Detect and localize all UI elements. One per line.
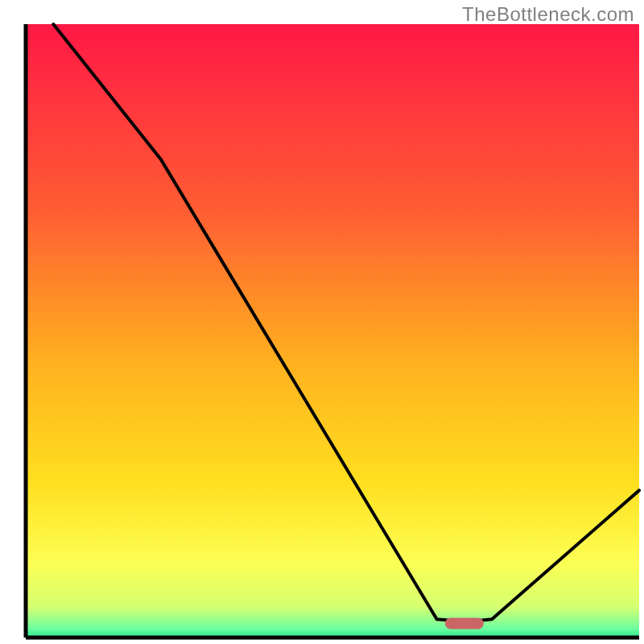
watermark-text: TheBottleneck.com xyxy=(462,3,634,26)
bottleneck-chart: TheBottleneck.com xyxy=(0,0,644,644)
heat-gradient xyxy=(26,24,639,638)
optimal-marker xyxy=(445,617,484,629)
chart-canvas xyxy=(0,0,644,644)
